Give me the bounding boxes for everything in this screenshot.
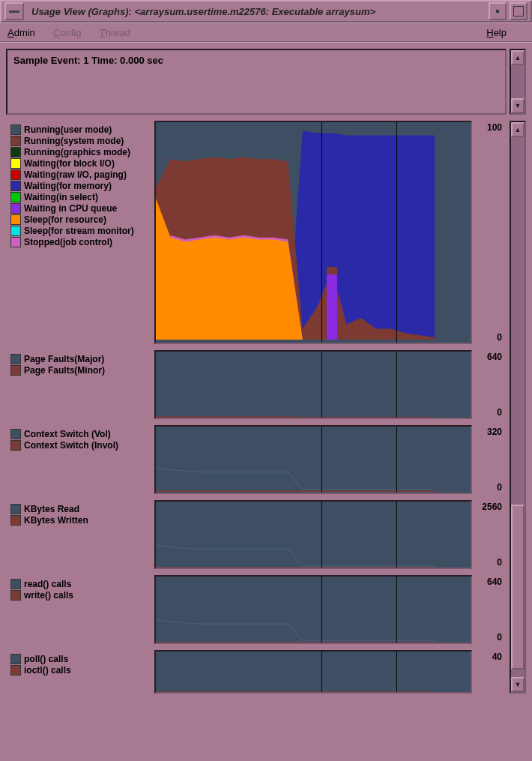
pagefaults-chart[interactable] <box>154 350 472 419</box>
event-marker <box>321 652 322 692</box>
legend-label: Stopped(job control) <box>24 237 112 247</box>
menu-thread[interactable]: Thread <box>99 27 130 38</box>
legend-label: Sleep(for stream monitor) <box>24 226 134 236</box>
graphs-scrollbar[interactable]: ▲ ▼ <box>510 121 526 694</box>
y-min: 0 <box>474 407 502 418</box>
legend-swatch <box>10 354 21 364</box>
event-marker <box>321 427 322 493</box>
legend-swatch <box>10 158 21 169</box>
legend-label: ioctl() calls <box>24 665 71 676</box>
kbytes-chart[interactable] <box>154 500 472 569</box>
scroll-up-icon[interactable]: ▲ <box>511 50 525 65</box>
legend-swatch <box>10 214 21 225</box>
app-window: Usage View (Graphs): <arraysum.usertime.… <box>0 0 532 700</box>
scroll-up-icon[interactable]: ▲ <box>511 122 525 137</box>
y-axis: 3200 <box>472 425 505 494</box>
event-marker <box>396 352 397 418</box>
legend-item: write() calls <box>10 590 150 601</box>
menu-help[interactable]: Help <box>486 27 507 38</box>
y-axis: 6400 <box>472 575 505 644</box>
legend-swatch <box>10 237 21 247</box>
svg-rect-0 <box>327 274 337 340</box>
legend-item: Waiting(in select) <box>10 192 150 202</box>
legend-item: Page Faults(Minor) <box>10 365 150 376</box>
event-marker <box>321 502 322 568</box>
legend-item: Page Faults(Major) <box>10 354 150 364</box>
pagefaults-chart-row: Page Faults(Major)Page Faults(Minor)6400 <box>6 350 505 419</box>
legend-swatch <box>10 665 21 676</box>
pollioctl-legend: poll() callsioctl() calls <box>6 650 154 694</box>
scroll-thumb[interactable] <box>511 505 525 670</box>
pollioctl-chart-row: poll() callsioctl() calls40 <box>6 650 505 694</box>
y-axis: 1000 <box>472 121 505 344</box>
sample-event-text: Sample Event: 1 Time: 0.000 sec <box>6 49 507 115</box>
titlebar[interactable]: Usage View (Graphs): <arraysum.usertime.… <box>0 0 532 22</box>
event-marker <box>396 577 397 643</box>
window-title: Usage View (Graphs): <arraysum.usertime.… <box>27 6 489 17</box>
legend-item: Waiting(for memory) <box>10 181 150 191</box>
event-marker <box>396 652 397 692</box>
scroll-down-icon[interactable]: ▼ <box>511 98 525 113</box>
legend-item: Stopped(job control) <box>10 237 150 247</box>
y-min: 0 <box>474 557 502 568</box>
y-max: 640 <box>474 352 502 362</box>
legend-item: poll() calls <box>10 654 150 664</box>
menu-config[interactable]: Config <box>53 27 82 38</box>
legend-label: Waiting(for memory) <box>24 181 112 191</box>
menubar: Admin Config Thread Help <box>0 22 532 43</box>
legend-label: Running(system mode) <box>24 136 124 146</box>
y-max: 640 <box>474 577 502 587</box>
legend-swatch <box>10 429 21 439</box>
legend-swatch <box>10 365 21 376</box>
legend-swatch <box>10 654 21 664</box>
rwcalls-legend: read() callswrite() calls <box>6 575 154 644</box>
legend-swatch <box>10 515 21 526</box>
y-max: 100 <box>474 122 502 133</box>
legend-swatch <box>10 440 21 451</box>
graphs-panel: Running(user mode)Running(system mode)Ru… <box>6 121 526 694</box>
legend-swatch <box>10 579 21 589</box>
legend-label: Running(user mode) <box>24 124 112 135</box>
minimize-button[interactable] <box>489 2 507 20</box>
legend-swatch <box>10 136 21 146</box>
legend-item: Context Switch (Vol) <box>10 429 150 439</box>
legend-label: Running(graphics mode) <box>24 147 130 157</box>
pollioctl-chart[interactable] <box>154 650 472 694</box>
legend-item: Sleep(for stream monitor) <box>10 226 150 236</box>
legend-label: Waiting(raw I/O, paging) <box>24 169 127 180</box>
y-min: 0 <box>474 332 502 343</box>
kbytes-chart-row: KBytes ReadKBytes Written25600 <box>6 500 505 569</box>
event-scrollbar[interactable]: ▲ ▼ <box>510 49 526 115</box>
scroll-down-icon[interactable]: ▼ <box>511 677 525 692</box>
kbytes-legend: KBytes ReadKBytes Written <box>6 500 154 569</box>
legend-item: Waiting in CPU queue <box>10 203 150 214</box>
ctxswitch-legend: Context Switch (Vol)Context Switch (Invo… <box>6 425 154 494</box>
menu-admin[interactable]: Admin <box>7 27 35 38</box>
legend-label: Context Switch (Vol) <box>24 429 111 439</box>
legend-item: ioctl() calls <box>10 665 150 676</box>
event-marker <box>396 502 397 568</box>
legend-item: KBytes Read <box>10 504 150 514</box>
event-marker <box>321 577 322 643</box>
ctxswitch-chart[interactable] <box>154 425 472 494</box>
system-menu-button[interactable] <box>4 2 24 20</box>
legend-label: read() calls <box>24 579 71 589</box>
legend-label: Sleep(for resource) <box>24 214 106 225</box>
legend-item: Running(graphics mode) <box>10 147 150 157</box>
event-marker <box>396 122 397 343</box>
legend-swatch <box>10 226 21 236</box>
legend-swatch <box>10 504 21 514</box>
legend-item: Sleep(for resource) <box>10 214 150 225</box>
state-chart[interactable] <box>154 121 472 344</box>
y-min: 0 <box>474 482 502 493</box>
maximize-button[interactable] <box>510 2 528 20</box>
legend-item: Waiting(raw I/O, paging) <box>10 169 150 180</box>
y-min: 0 <box>474 632 502 643</box>
rwcalls-chart[interactable] <box>154 575 472 644</box>
legend-swatch <box>10 147 21 157</box>
legend-swatch <box>10 590 21 601</box>
legend-label: Waiting(for block I/O) <box>24 158 115 169</box>
y-axis: 25600 <box>472 500 505 569</box>
legend-label: Waiting(in select) <box>24 192 98 202</box>
legend-swatch <box>10 181 21 191</box>
